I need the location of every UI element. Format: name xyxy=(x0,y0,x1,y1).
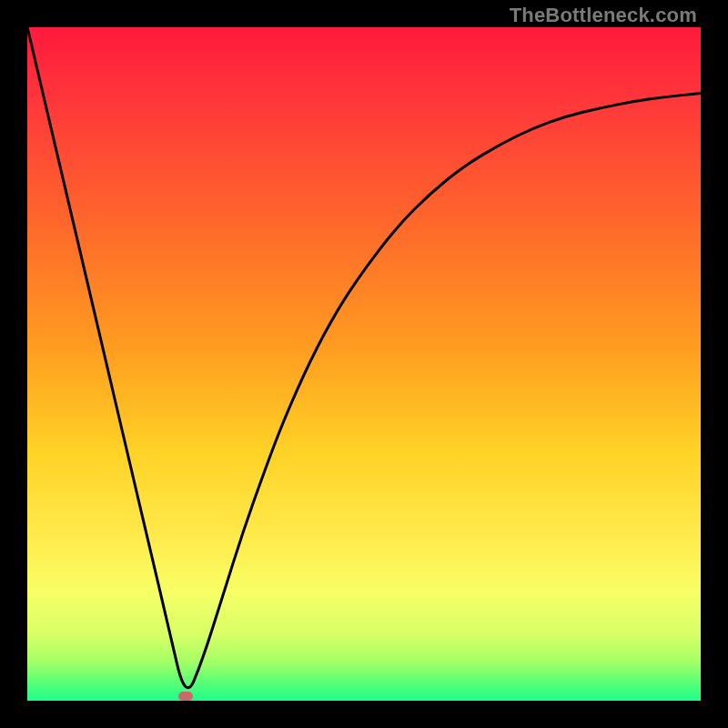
minimum-marker xyxy=(178,692,193,701)
bottleneck-curve xyxy=(27,27,701,701)
plot-area xyxy=(27,27,701,701)
watermark-label: TheBottleneck.com xyxy=(510,4,697,27)
chart-frame: TheBottleneck.com xyxy=(0,0,728,728)
